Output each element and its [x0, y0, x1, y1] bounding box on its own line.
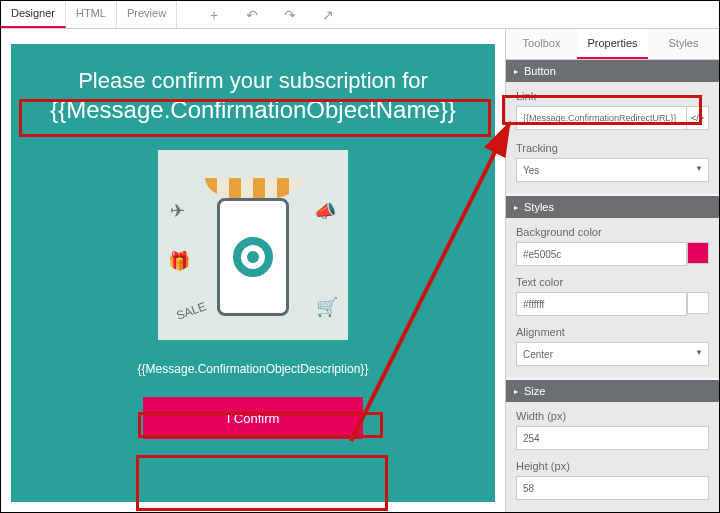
add-icon[interactable]: +: [207, 8, 221, 22]
textcolor-label: Text color: [516, 276, 709, 288]
code-button[interactable]: </>: [686, 107, 708, 129]
merge-object-name[interactable]: {{Message.ConfirmationObjectName}}: [50, 96, 456, 124]
email-stage[interactable]: Please confirm your subscription for {{M…: [11, 44, 495, 502]
megaphone-icon: 📣: [314, 200, 336, 222]
tab-html[interactable]: HTML: [66, 1, 117, 28]
section-size[interactable]: ▸Size: [506, 380, 719, 402]
section-button[interactable]: ▸Button: [506, 60, 719, 82]
highlight-confirm-button: [136, 455, 388, 511]
tab-properties[interactable]: Properties: [577, 29, 648, 59]
confirm-button[interactable]: I Confirm: [143, 397, 363, 439]
gift-icon: 🎁: [168, 250, 190, 272]
chevron-down-icon: ▸: [514, 387, 518, 396]
heading-text: Please confirm your subscription for: [21, 68, 485, 94]
panel-tabs: Toolbox Properties Styles: [506, 29, 719, 60]
product-image[interactable]: ✈ 📣 🎁 🛒 SALE: [158, 150, 348, 340]
canvas-area: Please confirm your subscription for {{M…: [1, 29, 505, 512]
tracking-select[interactable]: [516, 158, 709, 182]
cart-icon: 🛒: [316, 296, 338, 318]
link-field-row: </>: [516, 106, 709, 130]
right-panel: Toolbox Properties Styles ▸Button Link <…: [505, 29, 719, 512]
phone-illustration: [217, 198, 289, 316]
alignment-select[interactable]: [516, 342, 709, 366]
redo-icon[interactable]: ↷: [283, 8, 297, 22]
height-input[interactable]: [516, 476, 709, 500]
bgcolor-label: Background color: [516, 226, 709, 238]
tab-designer[interactable]: Designer: [1, 1, 66, 28]
toolbar-actions: + ↶ ↷ ↗: [177, 1, 335, 28]
textcolor-input[interactable]: [516, 292, 687, 316]
tracking-label: Tracking: [516, 142, 709, 154]
tab-toolbox[interactable]: Toolbox: [506, 29, 577, 59]
undo-icon[interactable]: ↶: [245, 8, 259, 22]
link-input[interactable]: [516, 106, 709, 130]
top-toolbar: Designer HTML Preview + ↶ ↷ ↗: [1, 1, 719, 29]
textcolor-swatch[interactable]: [687, 292, 709, 314]
width-input[interactable]: [516, 426, 709, 450]
link-label: Link: [516, 90, 709, 102]
tab-preview[interactable]: Preview: [117, 1, 177, 28]
section-styles[interactable]: ▸Styles: [506, 196, 719, 218]
bgcolor-input[interactable]: [516, 242, 687, 266]
view-tabs: Designer HTML Preview: [1, 1, 177, 28]
alignment-label: Alignment: [516, 326, 709, 338]
collapse-icon[interactable]: ↗: [321, 8, 335, 22]
tab-styles[interactable]: Styles: [648, 29, 719, 59]
width-label: Width (px): [516, 410, 709, 422]
chevron-down-icon: ▸: [514, 203, 518, 212]
chevron-down-icon: ▸: [514, 67, 518, 76]
paperplane-icon: ✈: [170, 200, 185, 222]
sale-tag-icon: SALE: [175, 299, 209, 323]
awning-illustration: [205, 178, 301, 200]
merge-object-desc[interactable]: {{Message.ConfirmationObjectDescription}…: [138, 362, 369, 376]
height-label: Height (px): [516, 460, 709, 472]
bgcolor-swatch[interactable]: [687, 242, 709, 264]
target-icon: [233, 237, 273, 277]
